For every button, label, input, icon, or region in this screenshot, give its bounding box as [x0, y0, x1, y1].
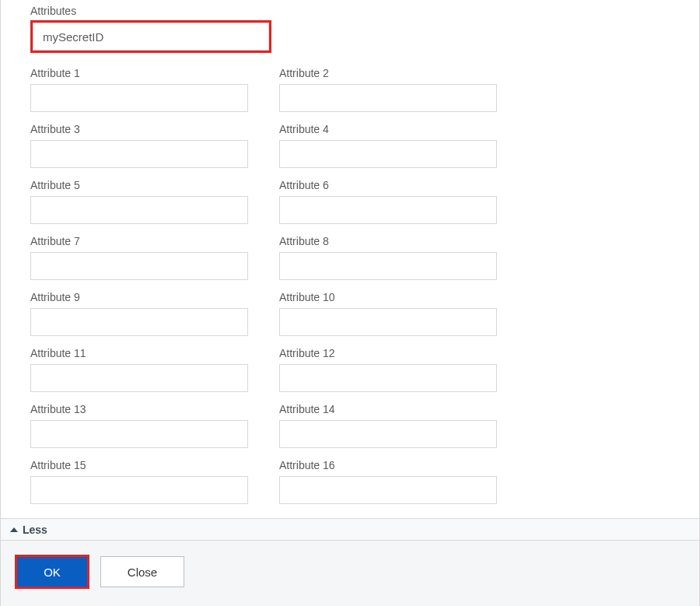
attribute-label: Attribute 9 — [30, 291, 248, 303]
attribute-field: Attribute 2 — [279, 67, 497, 112]
collapse-toggle[interactable]: Less — [1, 518, 699, 540]
dialog-footer: OK Close — [1, 540, 699, 606]
attribute-label: Attribute 15 — [30, 459, 248, 471]
attribute-label: Attribute 16 — [279, 459, 497, 471]
attribute-input-15[interactable] — [30, 476, 248, 504]
attribute-field: Attribute 1 — [30, 67, 248, 112]
attribute-field: Attribute 16 — [279, 459, 497, 504]
attribute-label: Attribute 10 — [279, 291, 497, 303]
attribute-field: Attribute 4 — [279, 123, 497, 168]
primary-attribute-input[interactable] — [33, 23, 269, 51]
attribute-label: Attribute 8 — [279, 235, 497, 247]
attribute-field: Attribute 13 — [30, 403, 248, 448]
ok-button-highlight: OK — [15, 555, 89, 589]
attribute-input-9[interactable] — [30, 308, 248, 336]
attribute-field: Attribute 11 — [30, 347, 248, 392]
attribute-field: Attribute 12 — [279, 347, 497, 392]
attribute-field: Attribute 6 — [279, 179, 497, 224]
caret-up-icon — [10, 527, 18, 532]
attribute-input-11[interactable] — [30, 364, 248, 392]
attribute-field: Attribute 15 — [30, 459, 248, 504]
attribute-label: Attribute 1 — [30, 67, 248, 79]
attribute-input-5[interactable] — [30, 196, 248, 224]
attribute-input-7[interactable] — [30, 252, 248, 280]
attributes-grid: Attribute 1 Attribute 2 Attribute 3 Attr… — [30, 67, 670, 504]
primary-attribute-highlight — [30, 20, 271, 53]
attribute-label: Attribute 14 — [279, 403, 497, 415]
attribute-label: Attribute 4 — [279, 123, 497, 135]
attribute-input-6[interactable] — [279, 196, 497, 224]
attribute-field: Attribute 9 — [30, 291, 248, 336]
close-button[interactable]: Close — [100, 556, 184, 587]
attribute-input-16[interactable] — [279, 476, 497, 504]
attribute-label: Attribute 6 — [279, 179, 497, 191]
collapse-label: Less — [23, 524, 47, 536]
attribute-field: Attribute 5 — [30, 179, 248, 224]
attribute-label: Attribute 12 — [279, 347, 497, 359]
attribute-label: Attribute 2 — [279, 67, 497, 79]
attribute-field: Attribute 10 — [279, 291, 497, 336]
ok-button[interactable]: OK — [17, 557, 87, 587]
attribute-input-10[interactable] — [279, 308, 497, 336]
attribute-label: Attribute 5 — [30, 179, 248, 191]
attribute-input-14[interactable] — [279, 420, 497, 448]
attribute-input-3[interactable] — [30, 140, 248, 168]
attribute-field: Attribute 14 — [279, 403, 497, 448]
attribute-input-2[interactable] — [279, 84, 497, 112]
section-heading: Attributes — [30, 5, 670, 17]
attributes-panel: Attributes Attribute 1 Attribute 2 Attri… — [0, 0, 700, 606]
content-area: Attributes Attribute 1 Attribute 2 Attri… — [1, 0, 699, 518]
attribute-input-13[interactable] — [30, 420, 248, 448]
attribute-label: Attribute 11 — [30, 347, 248, 359]
attribute-field: Attribute 3 — [30, 123, 248, 168]
attribute-label: Attribute 13 — [30, 403, 248, 415]
attribute-input-4[interactable] — [279, 140, 497, 168]
attribute-input-12[interactable] — [279, 364, 497, 392]
attribute-field: Attribute 7 — [30, 235, 248, 280]
attribute-input-8[interactable] — [279, 252, 497, 280]
attribute-label: Attribute 7 — [30, 235, 248, 247]
attribute-input-1[interactable] — [30, 84, 248, 112]
attribute-label: Attribute 3 — [30, 123, 248, 135]
attribute-field: Attribute 8 — [279, 235, 497, 280]
